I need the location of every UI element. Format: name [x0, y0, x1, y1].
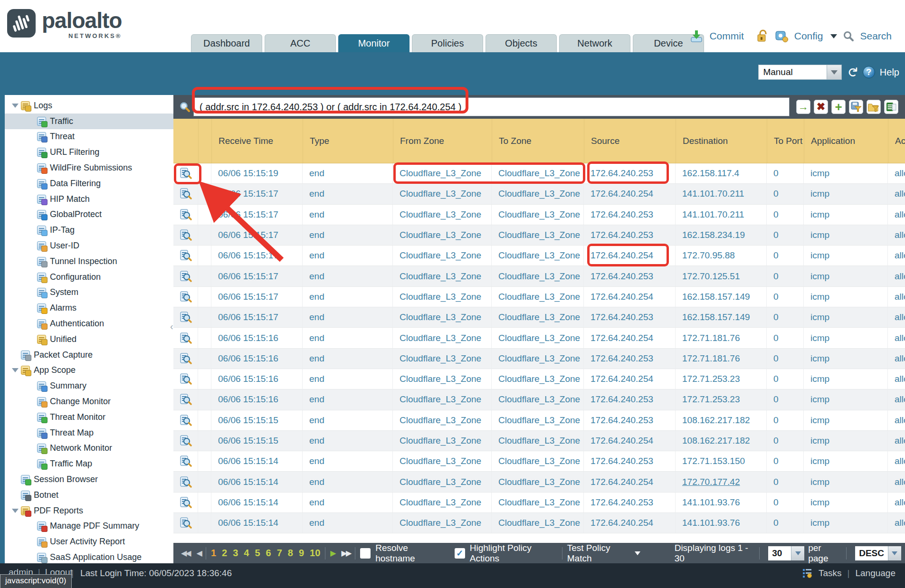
cell-application[interactable]: icmp — [804, 451, 888, 471]
log-detail-icon[interactable] — [180, 455, 192, 467]
cell-destination[interactable]: 108.162.217.182 — [676, 431, 767, 451]
table-row[interactable]: 06/06 15:15:17 end Cloudflare_L3_Zone Cl… — [173, 307, 905, 328]
cell-destination[interactable]: 172.71.153.150 — [676, 451, 767, 471]
cell-destination[interactable]: 172.71.181.76 — [676, 328, 767, 348]
log-detail-icon[interactable] — [180, 271, 192, 282]
destination-value[interactable]: 172.71.181.76 — [682, 333, 740, 343]
cell-action[interactable]: allow — [888, 266, 905, 286]
cell-action[interactable]: allow — [888, 225, 905, 245]
search-icon[interactable] — [843, 30, 854, 42]
sidebar-item[interactable]: Alarms — [5, 300, 173, 316]
sidebar-item[interactable]: System — [5, 285, 173, 301]
destination-value[interactable]: 162.158.117.4 — [682, 168, 739, 179]
cell-destination[interactable]: 108.162.217.182 — [676, 410, 767, 430]
sidebar-item[interactable]: Change Monitor — [5, 394, 173, 409]
expand-arrow-icon[interactable] — [10, 509, 21, 513]
expand-arrow-icon[interactable] — [10, 104, 21, 108]
log-detail-icon[interactable] — [180, 312, 192, 323]
destination-value[interactable]: 162.158.234.19 — [682, 230, 745, 240]
table-row[interactable]: 06/06 15:15:15 end Cloudflare_L3_Zone Cl… — [173, 410, 905, 431]
lock-icon[interactable] — [756, 29, 769, 43]
cell-source[interactable]: 172.64.240.253 — [584, 205, 676, 225]
sidebar-collapse-handle[interactable]: ‹ — [170, 321, 173, 332]
sidebar-item[interactable]: Threat — [5, 129, 173, 145]
config-caret-icon[interactable] — [830, 34, 837, 38]
table-row[interactable]: 06/06 15:15:17 end Cloudflare_L3_Zone Cl… — [173, 184, 905, 204]
column-type[interactable]: Type — [303, 119, 393, 163]
sidebar-item[interactable]: URL Filtering — [5, 144, 173, 160]
column-destination[interactable]: Destination — [676, 119, 767, 163]
page-number[interactable]: 6 — [266, 548, 271, 559]
apply-filter-icon[interactable]: → — [796, 100, 810, 114]
column-to-zone[interactable]: To Zone — [492, 119, 584, 163]
search-button[interactable]: Search — [860, 30, 892, 42]
cell-action[interactable]: allow — [888, 307, 905, 327]
cell-source[interactable]: 172.64.240.253 — [584, 349, 676, 369]
sidebar-item[interactable]: Logs — [5, 98, 173, 114]
destination-value[interactable]: 172.71.253.23 — [682, 374, 740, 384]
cell-source[interactable]: 172.64.240.254 — [584, 472, 676, 492]
cell-source[interactable]: 172.64.240.253 — [584, 451, 676, 471]
cell-action[interactable]: allow — [888, 410, 905, 430]
config-menu[interactable]: Config — [794, 30, 823, 42]
next-page-icon[interactable]: ▶ — [330, 549, 334, 558]
sidebar-item[interactable]: Unified — [5, 332, 173, 347]
table-row[interactable]: 06/06 15:15:16 end Cloudflare_L3_Zone Cl… — [173, 328, 905, 348]
cell-source[interactable]: 172.64.240.254 — [584, 369, 676, 389]
last-page-icon[interactable]: ▶▶ — [342, 549, 351, 558]
cell-action[interactable]: allow — [888, 205, 905, 225]
log-detail-icon[interactable] — [180, 229, 192, 241]
column-to-port[interactable]: To Port — [767, 119, 804, 163]
resolve-hostname-checkbox[interactable] — [360, 548, 371, 559]
destination-value[interactable]: 108.162.217.182 — [682, 415, 750, 426]
sidebar-item[interactable]: Network Monitor — [5, 441, 173, 456]
cell-application[interactable]: icmp — [804, 266, 888, 286]
sidebar-item[interactable]: User-ID — [5, 238, 173, 254]
cell-destination[interactable]: 141.101.70.211 — [676, 184, 767, 204]
cell-action[interactable]: allow — [888, 246, 905, 266]
cell-action[interactable]: allow — [888, 431, 905, 451]
log-detail-icon[interactable] — [180, 332, 192, 344]
table-row[interactable]: 06/06 15:15:16 end Cloudflare_L3_Zone Cl… — [173, 369, 905, 389]
table-row[interactable]: 06/06 15:15:17 end Cloudflare_L3_Zone Cl… — [173, 287, 905, 307]
sidebar-item[interactable]: Summary — [5, 378, 173, 394]
column-application[interactable]: Application — [804, 119, 888, 163]
sidebar-item[interactable]: Tunnel Inspection — [5, 254, 173, 269]
page-number[interactable]: 8 — [288, 548, 293, 559]
destination-value[interactable]: 172.71.181.76 — [682, 353, 740, 364]
cell-application[interactable]: icmp — [804, 389, 888, 409]
cell-application[interactable]: icmp — [804, 493, 888, 512]
cell-destination[interactable]: 141.101.93.76 — [676, 493, 767, 512]
log-detail-icon[interactable] — [180, 209, 192, 220]
prev-page-icon[interactable]: ◀ — [197, 549, 201, 558]
log-detail-icon[interactable] — [180, 497, 192, 508]
sidebar-item[interactable]: WildFire Submissions — [5, 160, 173, 176]
cell-application[interactable]: icmp — [804, 369, 888, 389]
destination-value[interactable]: 141.101.93.76 — [682, 518, 740, 528]
sidebar-item[interactable]: Botnet — [5, 487, 173, 503]
page-number[interactable]: 1 — [211, 548, 216, 559]
cell-action[interactable]: allow — [888, 163, 905, 183]
tasks-icon[interactable] — [802, 569, 813, 578]
nav-tab[interactable]: Monitor — [338, 34, 410, 52]
log-detail-icon[interactable] — [180, 415, 192, 426]
sidebar-item[interactable]: IP-Tag — [5, 222, 173, 238]
sidebar-item[interactable]: Traffic — [5, 114, 173, 129]
cell-action[interactable]: allow — [888, 369, 905, 389]
cell-application[interactable]: icmp — [804, 307, 888, 327]
nav-tab[interactable]: ACC — [265, 34, 336, 52]
log-detail-icon[interactable] — [180, 435, 192, 446]
page-number[interactable]: 5 — [255, 548, 260, 559]
destination-value[interactable]: 141.101.70.211 — [682, 189, 744, 199]
sidebar-item[interactable]: Data Filtering — [5, 176, 173, 191]
page-number[interactable]: 2 — [222, 548, 227, 559]
cell-application[interactable]: icmp — [804, 513, 888, 533]
destination-value[interactable]: 172.70.177.42 — [682, 477, 740, 487]
page-number[interactable]: 7 — [277, 548, 282, 559]
cell-application[interactable]: icmp — [804, 287, 888, 307]
cell-destination[interactable]: 141.101.93.76 — [676, 513, 767, 533]
sidebar-item[interactable]: Threat Monitor — [5, 409, 173, 425]
cell-destination[interactable]: 162.158.234.19 — [676, 225, 767, 245]
table-row[interactable]: 06/06 15:15:19 end Cloudflare_L3_Zone Cl… — [173, 163, 905, 184]
sidebar-item[interactable]: Authentication — [5, 316, 173, 332]
